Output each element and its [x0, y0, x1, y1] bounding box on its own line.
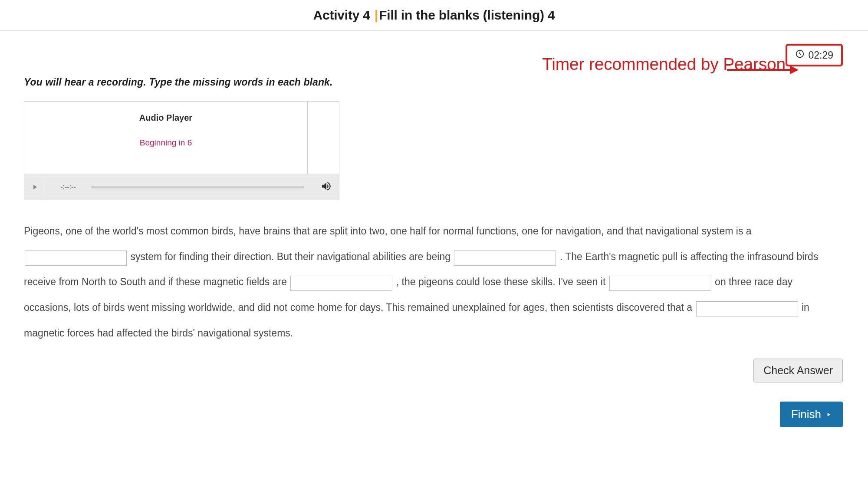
clock-icon	[795, 49, 805, 61]
timer-value: 02:29	[808, 49, 833, 61]
audio-player: Audio Player Beginning in 6 -:--:--	[24, 101, 339, 200]
audio-side-panel	[308, 102, 339, 174]
audio-time-display: -:--:--	[53, 183, 83, 191]
svg-marker-2	[790, 66, 799, 74]
chevron-right-icon	[825, 411, 832, 419]
accent-pipe: |	[375, 8, 378, 22]
blank-input-3[interactable]	[290, 276, 392, 291]
page-title: Activity 4 |Fill in the blanks (listenin…	[0, 8, 868, 23]
blank-input-1[interactable]	[25, 250, 127, 266]
blank-input-4[interactable]	[609, 276, 711, 291]
arrow-icon	[725, 61, 799, 79]
check-answer-button[interactable]: Check Answer	[753, 359, 843, 382]
header-bar: Activity 4 |Fill in the blanks (listenin…	[0, 0, 868, 31]
play-button[interactable]	[24, 175, 45, 200]
passage-segment: Pigeons, one of the world's most common …	[24, 225, 752, 237]
audio-controls: -:--:--	[24, 174, 339, 200]
finish-button-label: Finish	[791, 408, 821, 421]
volume-icon[interactable]	[321, 181, 332, 194]
passage-segment: system for finding their direction. But …	[130, 251, 453, 262]
activity-prefix: Activity 4	[313, 8, 374, 22]
instruction-text: You will hear a recording. Type the miss…	[24, 76, 844, 88]
passage-text: Pigeons, one of the world's most common …	[24, 218, 835, 346]
audio-player-title: Audio Player	[30, 113, 302, 123]
passage-segment: , the pigeons could lose these skills. I…	[396, 276, 608, 287]
blank-input-2[interactable]	[454, 250, 556, 266]
finish-button[interactable]: Finish	[780, 402, 843, 427]
audio-progress-track[interactable]	[91, 186, 304, 188]
audio-countdown: Beginning in 6	[30, 138, 302, 148]
blank-input-5[interactable]	[696, 301, 798, 316]
activity-title: Fill in the blanks (listening) 4	[379, 8, 555, 22]
